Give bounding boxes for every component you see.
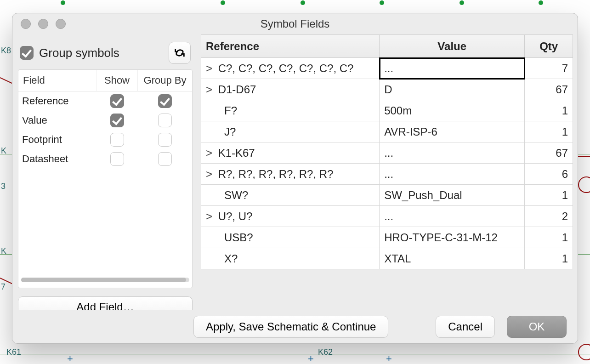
cell-value[interactable]: ... <box>380 164 525 185</box>
groupby-checkbox[interactable] <box>158 133 172 147</box>
table-row[interactable]: F?500m1 <box>201 100 573 121</box>
field-row[interactable]: Reference <box>18 91 192 111</box>
table-row[interactable]: X?XTAL1 <box>201 248 573 269</box>
show-checkbox[interactable] <box>110 114 124 127</box>
cell-qty[interactable]: 1 <box>525 121 573 142</box>
cell-reference[interactable]: USB? <box>201 227 380 248</box>
cell-reference[interactable]: > C?, C?, C?, C?, C?, C?, C? <box>201 58 380 79</box>
expand-icon[interactable]: > <box>206 62 215 75</box>
field-row[interactable]: Footprint <box>18 130 192 149</box>
table-row[interactable]: > C?, C?, C?, C?, C?, C?, C?...7 <box>201 58 573 79</box>
groupby-checkbox[interactable] <box>158 152 172 166</box>
cell-value[interactable]: ... <box>380 58 525 79</box>
symbol-fields-dialog: Symbol Fields Group symbols Field Show G… <box>12 13 578 344</box>
field-name: Datasheet <box>18 153 96 165</box>
cell-reference[interactable]: J? <box>201 121 380 142</box>
grid-header-value[interactable]: Value <box>380 35 525 58</box>
table-row[interactable]: J?AVR-ISP-61 <box>201 121 573 142</box>
cell-qty[interactable]: 1 <box>525 185 573 206</box>
table-row[interactable]: > K1-K67...67 <box>201 142 573 164</box>
cell-reference[interactable]: > U?, U? <box>201 206 380 227</box>
group-symbols-checkbox[interactable] <box>20 46 34 60</box>
right-pane: Reference Value Qty > C?, C?, C?, C?, C?… <box>198 34 578 322</box>
cell-value[interactable]: SW_Push_Dual <box>380 185 525 206</box>
cell-qty[interactable]: 2 <box>525 206 573 227</box>
ok-button[interactable]: OK <box>507 316 567 338</box>
cell-value[interactable]: D <box>380 79 525 100</box>
grid-header-reference[interactable]: Reference <box>201 35 380 58</box>
groupby-checkbox[interactable] <box>158 114 172 127</box>
titlebar[interactable]: Symbol Fields <box>12 13 578 34</box>
dialog-footer: Apply, Save Schematic & Continue Cancel … <box>12 310 578 343</box>
table-row[interactable]: > D1-D67D67 <box>201 79 573 100</box>
refresh-button[interactable] <box>169 42 191 64</box>
cell-value[interactable]: ... <box>380 206 525 227</box>
show-checkbox[interactable] <box>110 133 124 147</box>
field-panel: Field Show Group By ReferenceValueFootpr… <box>18 69 193 288</box>
group-symbols-checkbox-label[interactable]: Group symbols <box>20 46 119 60</box>
table-row[interactable]: USB?HRO-TYPE-C-31-M-121 <box>201 227 573 248</box>
cancel-button[interactable]: Cancel <box>436 316 495 338</box>
field-row[interactable]: Datasheet <box>18 149 192 169</box>
cell-value[interactable]: AVR-ISP-6 <box>380 121 525 142</box>
expand-icon[interactable]: > <box>206 147 215 159</box>
table-row[interactable]: SW?SW_Push_Dual1 <box>201 185 573 206</box>
cell-reference[interactable]: > D1-D67 <box>201 79 380 100</box>
apply-save-continue-button[interactable]: Apply, Save Schematic & Continue <box>193 316 388 338</box>
cell-qty[interactable]: 1 <box>525 227 573 248</box>
cell-value[interactable]: 500m <box>380 100 525 121</box>
field-name: Footprint <box>18 134 96 146</box>
window-title: Symbol Fields <box>12 17 578 30</box>
cell-reference[interactable]: F? <box>201 100 380 121</box>
cell-qty[interactable]: 67 <box>525 142 573 164</box>
refresh-icon <box>173 46 186 59</box>
field-panel-scrollbar[interactable] <box>21 278 189 285</box>
table-row[interactable]: > R?, R?, R?, R?, R?, R?...6 <box>201 164 573 185</box>
field-name: Reference <box>18 95 96 107</box>
cell-value[interactable]: HRO-TYPE-C-31-M-12 <box>380 227 525 248</box>
expand-icon[interactable]: > <box>206 168 215 181</box>
cell-qty[interactable]: 6 <box>525 164 573 185</box>
grid-header-qty[interactable]: Qty <box>525 35 573 58</box>
cell-value[interactable]: XTAL <box>380 248 525 269</box>
field-panel-header: Field Show Group By <box>18 70 192 91</box>
show-checkbox[interactable] <box>110 152 124 166</box>
cell-qty[interactable]: 67 <box>525 79 573 100</box>
expand-icon[interactable]: > <box>206 210 215 223</box>
left-pane: Group symbols Field Show Group By Refere… <box>12 34 198 322</box>
field-name: Value <box>18 114 96 126</box>
expand-icon[interactable]: > <box>206 83 215 96</box>
show-checkbox[interactable] <box>110 94 124 108</box>
cell-value[interactable]: ... <box>380 142 525 164</box>
table-row[interactable]: > U?, U?...2 <box>201 206 573 227</box>
group-symbols-text: Group symbols <box>39 46 119 60</box>
cell-qty[interactable]: 1 <box>525 100 573 121</box>
cell-qty[interactable]: 7 <box>525 58 573 79</box>
col-field[interactable]: Field <box>18 70 96 91</box>
cell-reference[interactable]: SW? <box>201 185 380 206</box>
cell-reference[interactable]: > R?, R?, R?, R?, R?, R? <box>201 164 380 185</box>
cell-reference[interactable]: X? <box>201 248 380 269</box>
symbol-grid[interactable]: Reference Value Qty > C?, C?, C?, C?, C?… <box>201 34 573 269</box>
cell-reference[interactable]: > K1-K67 <box>201 142 380 164</box>
cell-qty[interactable]: 1 <box>525 248 573 269</box>
field-row[interactable]: Value <box>18 111 192 130</box>
col-groupby[interactable]: Group By <box>138 70 192 91</box>
col-show[interactable]: Show <box>96 70 138 91</box>
groupby-checkbox[interactable] <box>158 94 172 108</box>
